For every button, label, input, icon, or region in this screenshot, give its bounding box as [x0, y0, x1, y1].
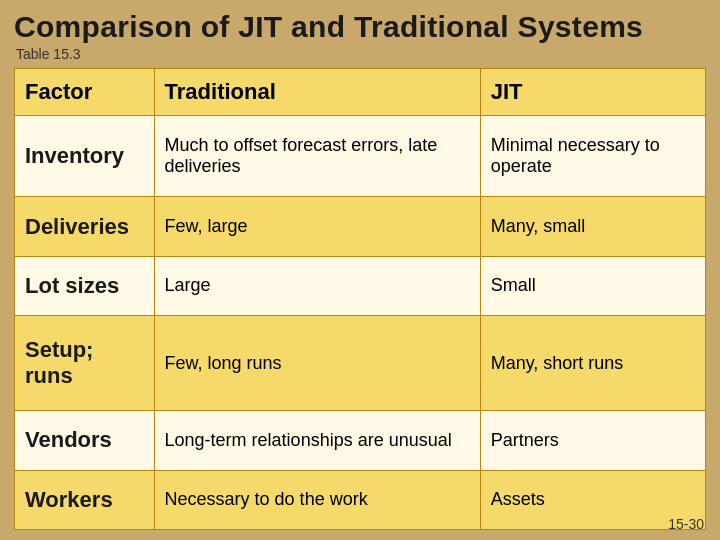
col-jit: JIT — [480, 69, 705, 116]
cell-traditional: Long-term relationships are unusual — [154, 411, 480, 470]
cell-factor: Deliveries — [15, 197, 155, 256]
table-row: DeliveriesFew, largeMany, small — [15, 197, 706, 256]
cell-traditional: Few, large — [154, 197, 480, 256]
cell-jit: Many, short runs — [480, 316, 705, 411]
table-row: Setup; runsFew, long runsMany, short run… — [15, 316, 706, 411]
cell-jit: Many, small — [480, 197, 705, 256]
page-number: 15-30 — [668, 516, 704, 532]
table-row: Lot sizesLargeSmall — [15, 256, 706, 315]
cell-traditional: Few, long runs — [154, 316, 480, 411]
table-row: WorkersNecessary to do the workAssets — [15, 470, 706, 529]
col-factor: Factor — [15, 69, 155, 116]
comparison-table: Factor Traditional JIT InventoryMuch to … — [14, 68, 706, 530]
cell-traditional: Necessary to do the work — [154, 470, 480, 529]
table-label: Table 15.3 — [16, 46, 706, 62]
cell-jit: Small — [480, 256, 705, 315]
col-traditional: Traditional — [154, 69, 480, 116]
cell-jit: Minimal necessary to operate — [480, 116, 705, 197]
table-row: InventoryMuch to offset forecast errors,… — [15, 116, 706, 197]
cell-factor: Lot sizes — [15, 256, 155, 315]
cell-factor: Setup; runs — [15, 316, 155, 411]
page-title: Comparison of JIT and Traditional System… — [14, 10, 706, 44]
cell-jit: Partners — [480, 411, 705, 470]
cell-traditional: Large — [154, 256, 480, 315]
cell-factor: Vendors — [15, 411, 155, 470]
table-row: VendorsLong-term relationships are unusu… — [15, 411, 706, 470]
cell-factor: Inventory — [15, 116, 155, 197]
cell-traditional: Much to offset forecast errors, late del… — [154, 116, 480, 197]
cell-factor: Workers — [15, 470, 155, 529]
